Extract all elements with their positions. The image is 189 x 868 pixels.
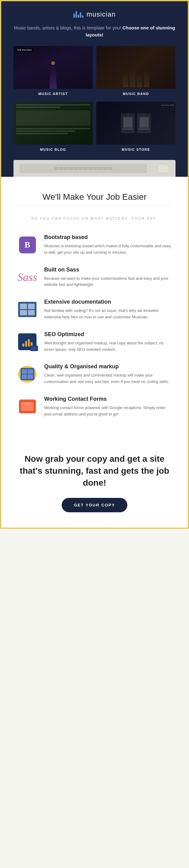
bootstrap-icon-container: B	[17, 234, 38, 255]
quality-block-2	[28, 369, 33, 374]
feature-contact-content: Working Contact Forms Working contact fo…	[44, 396, 172, 417]
band-thumbnail-image	[96, 46, 176, 89]
artist-figure-icon	[47, 61, 59, 89]
blog-line-4	[16, 130, 76, 132]
feature-bootstrap-desc: Musician is bootstrap based which makes …	[44, 243, 172, 256]
key	[98, 167, 103, 170]
tagline-regular: Music bands, artists & blogs, this is te…	[14, 25, 122, 30]
seo-icon-container	[17, 331, 38, 353]
store-item-1	[121, 113, 135, 133]
seo-device-icon	[30, 346, 38, 351]
sass-icon-container: Sass	[17, 267, 38, 288]
get-your-copy-button[interactable]: GET YOUR COPY	[62, 498, 127, 512]
key-row	[54, 167, 112, 170]
feature-quality-desc: Clean, well organised and commented mark…	[44, 372, 172, 385]
features-subtitle: SO YOU CAN FOCUS ON WHAT MATTERS. YOUR A…	[17, 217, 172, 220]
doc-block-3	[20, 310, 27, 316]
store-thumbnail-image: Coachella 2016	[96, 102, 176, 145]
doc-block-4	[28, 310, 35, 316]
now-available-badge: NOW AVAILABLE	[16, 49, 33, 52]
feature-contact-title: Working Contact Forms	[44, 396, 172, 402]
feature-contact: Working Contact Forms Working contact fo…	[17, 396, 172, 417]
docs-icon	[18, 302, 36, 317]
keyboard-icon	[20, 164, 147, 173]
doc-block-1	[20, 304, 27, 309]
band-person-4-icon	[144, 70, 150, 87]
features-title: We'll Make Your Job Easier	[17, 192, 172, 202]
feature-seo-content: SEO Optimized Well thought and organised…	[44, 331, 172, 353]
store-label: MUSIC STORE	[122, 148, 150, 151]
mouse-icon	[157, 164, 169, 173]
band-label: MUSIC BAND	[123, 92, 149, 96]
logo-area: musician	[14, 10, 176, 19]
feature-bootstrap-title: Bootstrap based	[44, 234, 172, 241]
store-item-2	[137, 113, 151, 133]
band-person-1-icon	[123, 72, 128, 87]
key	[88, 167, 93, 170]
envelope-body-icon	[21, 402, 33, 411]
feature-sass: Sass Built on Sass Because we want to ma…	[17, 267, 172, 288]
bootstrap-icon: B	[19, 237, 36, 253]
blog-line-2	[16, 106, 60, 108]
contact-icon-container	[17, 396, 38, 417]
thumbnails-grid: NOW AVAILABLE MUSIC ARTIST MUSIC BAND	[14, 46, 176, 154]
musician-logo-icon	[73, 11, 83, 18]
band-person-3-icon	[137, 73, 142, 87]
feature-bootstrap-content: Bootstrap based Musician is bootstrap ba…	[44, 234, 172, 256]
docs-icon-container	[17, 299, 38, 320]
doc-block-2	[28, 304, 35, 309]
store-item-img-1	[123, 117, 133, 128]
quality-block-3	[22, 374, 27, 379]
thumbnail-music-band: MUSIC BAND	[96, 46, 176, 98]
feature-docs-content: Extensive documentation Not familiar wit…	[44, 299, 172, 320]
band-person-2-icon	[130, 69, 135, 87]
key	[103, 167, 107, 170]
quality-block-4	[28, 374, 33, 379]
blog-thumbnail-image	[14, 102, 93, 145]
blog-line-5	[16, 133, 68, 134]
feature-quality-title: Quality & Organised markup	[44, 363, 172, 370]
key	[64, 167, 68, 170]
feature-seo-title: SEO Optimized	[44, 331, 172, 338]
key	[59, 167, 63, 170]
contact-icon	[19, 400, 36, 413]
cta-section: Now grab your copy and get a site that's…	[0, 441, 189, 529]
cta-title: Now grab your copy and get a site that's…	[17, 453, 172, 489]
store-content-area	[96, 102, 176, 145]
artist-head-icon	[51, 61, 55, 65]
feature-docs: Extensive documentation Not familiar wit…	[17, 299, 172, 320]
section-divider	[17, 206, 172, 206]
blog-line-3	[16, 128, 90, 129]
feature-quality: Quality & Organised markup Clean, well o…	[17, 363, 172, 385]
feature-sass-title: Built on Sass	[44, 267, 172, 273]
header-section: musician Music bands, artists & blogs, t…	[0, 0, 189, 177]
quality-block-1	[22, 369, 27, 374]
seo-icon	[18, 333, 36, 350]
seo-bar-2	[25, 341, 27, 346]
key	[74, 167, 78, 170]
seo-bar-3	[28, 339, 30, 346]
coachella-badge: Coachella 2016	[161, 104, 174, 106]
feature-seo: SEO Optimized Well thought and organised…	[17, 331, 172, 353]
blog-line-1	[16, 104, 90, 105]
key	[93, 167, 98, 170]
keyboard-area	[14, 160, 176, 177]
blog-content-area	[14, 102, 93, 145]
key	[54, 167, 58, 170]
seo-bar-1	[22, 343, 24, 346]
feature-docs-desc: Not familiar with coding? It's not an is…	[44, 308, 172, 320]
feature-contact-desc: Working contact forms powered with Googl…	[44, 405, 172, 417]
sass-icon: Sass	[18, 271, 37, 284]
key	[79, 167, 83, 170]
artist-label: MUSIC ARTIST	[38, 92, 68, 96]
blog-label: MUSIC BLOG	[40, 148, 66, 151]
quality-icon	[18, 366, 36, 383]
features-section: We'll Make Your Job Easier SO YOU CAN FO…	[0, 177, 189, 441]
header-tagline: Music bands, artists & blogs, this is te…	[14, 25, 176, 38]
thumbnail-music-blog: MUSIC BLOG	[14, 102, 93, 154]
key	[108, 167, 112, 170]
key	[83, 167, 88, 170]
store-item-text-1	[123, 129, 133, 130]
logo-text: musician	[86, 10, 116, 19]
thumbnail-music-store: Coachella 2016 MUSIC STORE	[96, 102, 176, 154]
